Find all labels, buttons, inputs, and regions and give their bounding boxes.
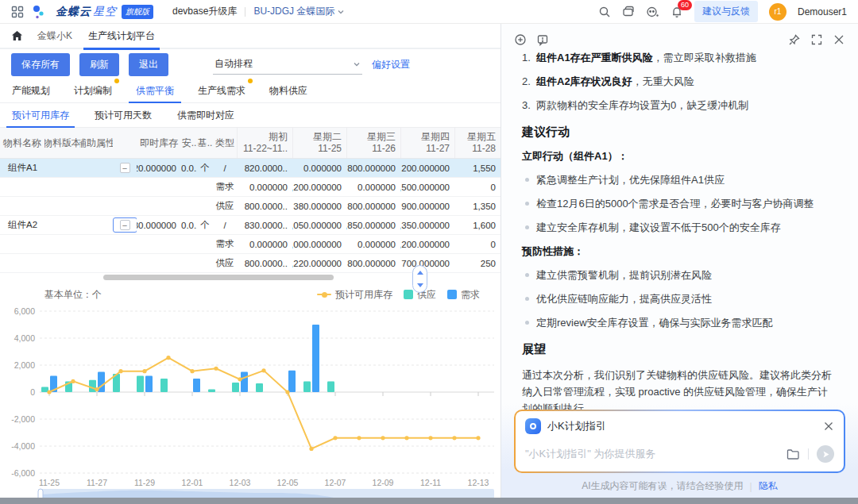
table-cell[interactable] xyxy=(197,254,213,272)
legend-item-demand[interactable]: 需求 xyxy=(447,288,480,302)
table-cell[interactable]: 需求 xyxy=(213,178,237,196)
table-cell[interactable]: 200.000000 xyxy=(400,159,454,177)
table-cell[interactable]: 800.000000 xyxy=(346,197,400,215)
collapse-cell[interactable] xyxy=(113,197,137,215)
collapse-cell[interactable] xyxy=(113,235,137,253)
table-cell[interactable]: 1,220.000000 xyxy=(292,254,346,272)
close-icon[interactable] xyxy=(833,33,845,46)
table-cell[interactable]: 0.000000 xyxy=(346,178,400,196)
table-cell[interactable] xyxy=(0,197,44,215)
table-cell[interactable]: 1,350.000000 xyxy=(400,216,454,234)
table-cell[interactable]: 250 xyxy=(454,254,500,272)
module-tab[interactable]: 生产线需求 xyxy=(197,79,246,102)
table-cell[interactable] xyxy=(197,197,213,215)
table-cell[interactable]: 20.000000 xyxy=(137,159,181,177)
feedback-comment-icon[interactable] xyxy=(536,33,549,46)
username[interactable]: Demouser1 xyxy=(798,6,847,17)
schedule-mode-select[interactable]: 自动排程 xyxy=(213,54,362,75)
table-cell[interactable]: 0.0.. xyxy=(181,159,197,177)
table-cell[interactable] xyxy=(44,216,79,234)
view-subtab[interactable]: 预计可用天数 xyxy=(94,104,153,127)
table-cell[interactable]: 30.000000 xyxy=(137,216,181,234)
assistant-icon[interactable] xyxy=(646,6,659,18)
send-button[interactable] xyxy=(817,445,834,463)
table-cell[interactable]: 820.0000.. xyxy=(237,159,292,177)
table-cell[interactable] xyxy=(137,197,181,215)
table-cell[interactable] xyxy=(44,235,79,253)
table-row[interactable]: 组件A1−20.0000000.0..个/820.0000..0.0000008… xyxy=(0,159,500,178)
table-cell[interactable]: / xyxy=(213,159,237,177)
table-cell[interactable]: 800.0000.. xyxy=(237,197,292,215)
table-cell[interactable] xyxy=(137,254,181,272)
home-icon[interactable] xyxy=(11,30,23,41)
collapse-toggle-icon[interactable]: − xyxy=(120,163,130,173)
table-cell[interactable] xyxy=(181,197,197,215)
app-grid-icon[interactable] xyxy=(11,6,24,18)
attach-folder-icon[interactable] xyxy=(786,448,800,460)
module-tab[interactable]: 产能规划 xyxy=(11,79,51,102)
table-cell[interactable] xyxy=(79,197,113,215)
table-cell[interactable] xyxy=(79,159,113,177)
table-row[interactable]: 供应800.0000..380.000000800.000000900.0000… xyxy=(0,197,500,216)
table-row[interactable]: 需求0.0000001,200.0000000.0000001,500.0000… xyxy=(0,178,500,197)
exit-button[interactable]: 退出 xyxy=(129,53,168,76)
table-cell[interactable] xyxy=(79,254,113,272)
collapse-cell[interactable] xyxy=(113,178,137,196)
table-cell[interactable]: / xyxy=(213,216,237,234)
feedback-button[interactable]: 建议与反馈 xyxy=(694,1,758,22)
collapse-up-icon[interactable] xyxy=(417,271,423,275)
user-avatar[interactable]: r1 xyxy=(769,3,786,21)
collapse-down-icon[interactable] xyxy=(417,283,423,287)
expand-icon[interactable] xyxy=(810,33,823,46)
table-cell[interactable]: 1,500.000000 xyxy=(400,178,454,196)
table-cell[interactable]: 个 xyxy=(197,159,213,177)
table-cell[interactable] xyxy=(181,235,197,253)
table-cell[interactable] xyxy=(0,254,44,272)
table-cell[interactable]: 1,200.000000 xyxy=(400,235,454,253)
table-cell[interactable]: 0.000000 xyxy=(237,235,292,253)
table-cell[interactable]: 供应 xyxy=(213,254,237,272)
table-cell[interactable]: 组件A1 xyxy=(0,159,44,177)
table-cell[interactable]: 1,850.000000 xyxy=(346,216,400,234)
card-close-icon[interactable] xyxy=(823,421,834,432)
view-subtab[interactable]: 预计可用库存 xyxy=(11,104,70,127)
module-tab[interactable]: 供需平衡 xyxy=(135,79,175,102)
table-cell[interactable]: 1,550 xyxy=(454,159,500,177)
table-row[interactable]: 组件A2−30.0000000.0..个/830.0000..1,050.000… xyxy=(0,216,500,235)
table-cell[interactable]: 800.0000.. xyxy=(237,254,292,272)
table-cell[interactable] xyxy=(44,197,79,215)
table-cell[interactable]: 0.000000 xyxy=(346,235,400,253)
table-cell[interactable]: 830.0000.. xyxy=(237,216,292,234)
table-cell[interactable] xyxy=(79,216,113,234)
table-cell[interactable]: 供应 xyxy=(213,197,237,215)
table-cell[interactable]: 700.000000 xyxy=(400,254,454,272)
table-cell[interactable]: 800.000000 xyxy=(346,159,400,177)
table-cell[interactable] xyxy=(137,235,181,253)
table-cell[interactable]: 0.000000 xyxy=(292,159,346,177)
pin-icon[interactable] xyxy=(788,33,801,46)
legend-item-inventory[interactable]: 预计可用库存 xyxy=(317,288,392,302)
table-row[interactable]: 需求0.0000001,000.0000000.0000001,200.0000… xyxy=(0,235,500,254)
table-cell[interactable] xyxy=(0,178,44,196)
save-all-button[interactable]: 保存所有 xyxy=(11,53,70,76)
table-cell[interactable]: 个 xyxy=(197,216,213,234)
table-cell[interactable]: 0 xyxy=(454,178,500,196)
table-cell[interactable] xyxy=(181,178,197,196)
new-topic-icon[interactable] xyxy=(514,33,527,46)
table-cell[interactable] xyxy=(44,159,79,177)
table-cell[interactable] xyxy=(44,178,79,196)
table-cell[interactable]: 0.000000 xyxy=(237,178,292,196)
collapse-cell[interactable] xyxy=(113,254,137,272)
table-cell[interactable]: 0.0.. xyxy=(181,216,197,234)
workspace-name[interactable]: devbase升级库 xyxy=(172,5,237,18)
hscrollbar-thumb[interactable] xyxy=(103,275,334,280)
search-icon[interactable] xyxy=(598,6,611,18)
privacy-link[interactable]: 隐私 xyxy=(759,479,778,493)
table-cell[interactable]: 1,600 xyxy=(454,216,500,234)
table-cell[interactable] xyxy=(137,178,181,196)
view-subtab[interactable]: 供需即时对应 xyxy=(176,104,235,127)
table-cell[interactable] xyxy=(197,235,213,253)
org-switcher[interactable]: BU-JDGJ 金蝶国际 xyxy=(253,5,345,18)
chat-input[interactable]: "小K计划指引" 为你提供服务 xyxy=(516,438,844,471)
table-cell[interactable]: 组件A2 xyxy=(0,216,44,234)
